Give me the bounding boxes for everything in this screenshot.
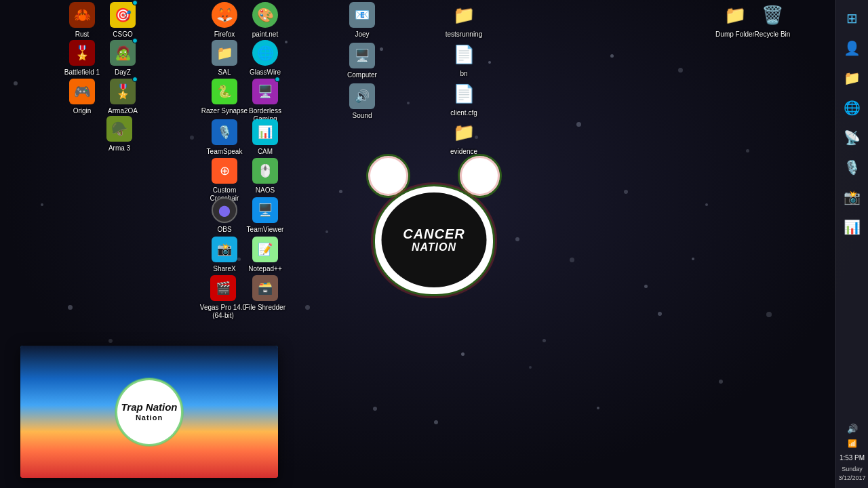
icon-glasswire-label: GlassWire [250,68,281,77]
icon-fileshredder-label: File Shredder [245,304,285,312]
taskbar-stats[interactable]: 📊 [838,213,867,241]
cancer-nation-text: Cancer Nation [403,226,465,253]
cancer-nation-logo-img: Cancer Nation [346,154,522,317]
icon-glasswire[interactable]: 🌐 GlassWire [241,39,290,77]
taskbar-user[interactable]: 👤 [838,34,867,62]
icon-csgo[interactable]: 🎯 CSGO [98,1,147,39]
taskbar-browser[interactable]: 🌐 [838,94,867,122]
trap-nation-thumbnail[interactable]: Trap Nation Nation [20,346,278,478]
icon-arma2oa-label: Arma2OA [108,107,138,115]
taskbar-screenshot[interactable]: 📸 [838,183,867,211]
icon-sound[interactable]: 🔊 Sound [338,83,387,120]
icon-arma3-label: Arma 3 [108,144,130,152]
icon-csgo-label: CSGO [113,30,132,39]
tray-date: 3/12/2017 [838,474,865,483]
icon-rust-label: Rust [75,30,90,39]
icon-bn[interactable]: 📄 bn [439,41,488,78]
icon-teamviewer[interactable]: 🖥️ TeamViewer [241,197,290,234]
cancer-text-line2: Nation [403,241,465,253]
icon-sharex-label: ShareX [213,265,235,273]
icon-dayz[interactable]: 🧟 DayZ [98,39,147,77]
right-taskbar: ⊞ 👤 📁 🌐 📡 🎙️ 📸 📊 🔊 📶 1:53 PM Sunday 3/12… [835,0,868,488]
tray-network[interactable]: 📶 [840,437,865,451]
icon-teamspeak-label: TeamSpeak [207,148,243,156]
icon-notepadpp-label: Notepad++ [248,265,282,273]
icon-arma3[interactable]: 🪖 Arma 3 [95,115,144,152]
icon-recyclebin-label: Recycle Bin [755,30,791,39]
taskbar-network[interactable]: 📡 [838,123,867,152]
icon-computer[interactable]: 🖥️ Computer [338,42,387,79]
icon-dayz-label: DayZ [115,68,131,77]
bear-inner: Cancer Nation [382,192,487,287]
cancer-text-line1: Cancer [403,226,465,241]
icon-sound-label: Sound [353,112,372,120]
icon-recyclebin[interactable]: 🗑️ Recycle Bin [748,1,797,39]
icon-paintnet-label: paint.net [252,30,278,39]
icon-origin-label: Origin [73,107,92,115]
bear-head: Cancer Nation [373,184,495,296]
icon-testsrunning[interactable]: 📁 testsrunning [439,1,488,39]
tray-day: Sunday [842,466,863,474]
icon-computer-label: Computer [347,71,377,79]
icon-sal-label: SAL [218,68,231,77]
icon-naos[interactable]: 🖱️ NAOS [241,157,290,195]
trap-text: Trap Nation Nation [121,402,177,422]
icon-battlefield1-label: Battlefield 1 [64,68,100,77]
icon-arma2oa[interactable]: 🎖️ Arma2OA [98,78,147,115]
taskbar-windows-logo[interactable]: ⊞ [838,4,867,33]
icon-teamviewer-label: TeamViewer [247,226,284,234]
tray-volume[interactable]: 🔊 [840,422,865,436]
icon-notepadpp[interactable]: 📝 Notepad++ [241,236,290,273]
icon-joey[interactable]: 📧 Joey [338,1,387,39]
taskbar-fileexplorer[interactable]: 📁 [838,64,867,92]
icon-joey-label: Joey [355,30,369,39]
icon-clientcfg[interactable]: 📄 client.cfg [439,80,488,117]
icon-naos-label: NAOS [256,186,275,195]
icon-fileshredder[interactable]: 🗃️ File Shredder [241,274,290,312]
trap-circle: Trap Nation Nation [115,378,183,446]
icon-cam[interactable]: 📊 CAM [241,119,290,156]
icon-testsrunning-label: testsrunning [446,30,482,39]
icon-firefox-label: Firefox [214,30,235,39]
icon-bn-label: bn [460,70,467,78]
tray-time: 1:53 PM [840,452,865,464]
icon-borderlessgaming[interactable]: 🖥️ Borderless Gaming [241,78,290,123]
trap-nation-label: Nation [121,413,177,422]
icon-cam-label: CAM [258,148,273,156]
taskbar-comms[interactable]: 🎙️ [838,153,867,182]
center-logo: Cancer Nation [339,147,529,323]
icon-obs-label: OBS [217,226,231,234]
icon-clientcfg-label: client.cfg [450,109,477,117]
trap-nation-logo: Trap Nation Nation [115,378,183,446]
icon-paintnet[interactable]: 🎨 paint.net [241,1,290,39]
trap-label: Trap Nation [121,402,177,413]
thumbnail-background: Trap Nation Nation [20,346,278,478]
